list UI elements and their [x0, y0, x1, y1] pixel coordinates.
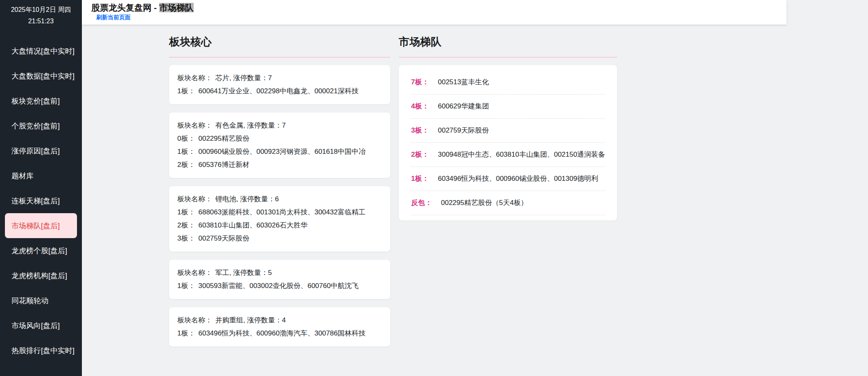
board-stocks-text: 000960锡业股份、000923河钢资源、601618中国中冶 — [198, 148, 365, 155]
sector-card: 板块名称：并购重组, 涨停数量：4 1板：603496恒为科技、600960渤海… — [169, 307, 390, 347]
section-sector-core: 板块核心 板块名称：芯片, 涨停数量：7 1板：600641万业企业、00229… — [169, 25, 390, 347]
page-title-highlight: 市场梯队 — [159, 3, 194, 12]
sector-card-line: 3板：002759天际股份 — [177, 232, 382, 245]
sector-card-line: 1板：600641万业企业、002298中电鑫龙、000021深科技 — [177, 85, 382, 98]
ladder-row: 1板：603496恒为科技、000960锡业股份、001309德明利 — [411, 167, 605, 191]
section-market-ladder: 市场梯队 7板：002513蓝丰生化 4板：600629华建集团 3板：0027… — [399, 25, 617, 221]
sidebar-item-label: 龙虎榜机构[盘后] — [11, 271, 67, 281]
sector-card-line: 板块名称：军工, 涨停数量：5 — [177, 266, 382, 279]
board-level-label: 板块名称： — [177, 74, 212, 82]
ladder-row: 7板：002513蓝丰生化 — [411, 70, 605, 95]
ladder-level-label: 反包： — [411, 196, 432, 209]
ladder-section-title: 市场梯队 — [399, 35, 617, 58]
ladder-card: 7板：002513蓝丰生化 4板：600629华建集团 3板：002759天际股… — [399, 65, 617, 221]
board-stocks-text: 锂电池, 涨停数量：6 — [215, 195, 279, 203]
board-level-label: 2板： — [177, 221, 195, 229]
board-stocks-text: 688063派能科技、001301尚太科技、300432富临精工 — [198, 208, 365, 216]
sidebar-item[interactable]: 市场风向[盘后] — [5, 313, 77, 338]
ladder-level-label: 2板： — [411, 148, 429, 161]
sidebar-item[interactable]: 大盘数据[盘中实时] — [5, 63, 77, 88]
sector-card-line: 0板：002295精艺股份 — [177, 132, 382, 145]
board-level-label: 板块名称： — [177, 195, 212, 203]
ladder-level-label: 3板： — [411, 124, 429, 137]
sidebar-item-label: 连板天梯[盘后] — [11, 196, 60, 206]
site-name: 股票龙头复盘网 - — [91, 3, 159, 12]
sidebar-item[interactable]: 题材库 — [5, 163, 77, 188]
sector-card-line: 板块名称：芯片, 涨停数量：7 — [177, 72, 382, 85]
sidebar-item[interactable]: 龙虎榜个股[盘后] — [5, 238, 77, 263]
sidebar-item-label: 个股竞价[盘前] — [11, 121, 60, 131]
ladder-level-label: 7板： — [411, 76, 429, 89]
current-time: 21:51:23 — [0, 16, 82, 27]
datetime-block: 2025年10月2日 周四 21:51:23 — [0, 0, 82, 27]
sidebar-item[interactable]: 板块竞价[盘前] — [5, 88, 77, 113]
sector-card-line: 2板：603810丰山集团、603026石大胜华 — [177, 219, 382, 232]
sector-card-line: 板块名称：锂电池, 涨停数量：6 — [177, 193, 382, 206]
page: { "page": { "background": "#f0f1f3" }, "… — [0, 0, 868, 376]
ladder-stocks-text: 002513蓝丰生化 — [438, 76, 489, 89]
ladder-level-label: 1板： — [411, 172, 429, 185]
sector-card: 板块名称：有色金属, 涨停数量：7 0板：002295精艺股份 1板：00096… — [169, 113, 390, 178]
page-title: 股票龙头复盘网 - 市场梯队 — [91, 2, 787, 14]
sidebar-item[interactable]: 大盘情况[盘中实时] — [5, 38, 77, 63]
board-stocks-text: 300593新雷能、003002壶化股份、600760中航沈飞 — [198, 282, 358, 290]
board-level-label: 2板： — [177, 161, 195, 169]
sidebar-item[interactable]: 连板天梯[盘后] — [5, 188, 77, 213]
sidebar-item-label: 板块竞价[盘前] — [11, 96, 60, 106]
board-level-label: 1板： — [177, 148, 195, 155]
board-stocks-text: 605376博迁新材 — [198, 161, 249, 169]
board-level-label: 板块名称： — [177, 122, 212, 129]
board-level-label: 1板： — [177, 87, 195, 95]
sidebar-nav: 大盘情况[盘中实时] 大盘数据[盘中实时] 板块竞价[盘前] 个股竞价[盘前] … — [0, 38, 82, 363]
sidebar-item-label: 大盘数据[盘中实时] — [11, 71, 75, 81]
sidebar-item-label: 市场风向[盘后] — [11, 321, 60, 331]
sidebar-item[interactable]: 涨停原因[盘后] — [5, 138, 77, 163]
sidebar-item[interactable]: 热股排行[盘中实时] — [5, 338, 77, 363]
ladder-stocks-text: 600629华建集团 — [438, 100, 489, 113]
board-stocks-text: 002759天际股份 — [198, 234, 249, 242]
board-stocks-text: 军工, 涨停数量：5 — [215, 269, 272, 277]
board-level-label: 板块名称： — [177, 316, 212, 324]
refresh-page-link[interactable]: 刷新当前页面 — [96, 14, 131, 21]
sidebar-item-label: 热股排行[盘中实时] — [11, 346, 75, 356]
board-stocks-text: 603810丰山集团、603026石大胜华 — [198, 221, 307, 229]
sidebar: 2025年10月2日 周四 21:51:23 大盘情况[盘中实时] 大盘数据[盘… — [0, 0, 82, 376]
sidebar-item-label: 题材库 — [11, 171, 34, 181]
ladder-stocks-text: 603496恒为科技、000960锡业股份、001309德明利 — [438, 172, 598, 185]
board-stocks-text: 603496恒为科技、600960渤海汽车、300786国林科技 — [198, 329, 365, 337]
main-area: 股票龙头复盘网 - 市场梯队 刷新当前页面 板块核心 板块名称：芯片, 涨停数量… — [82, 0, 868, 376]
sidebar-item-label: 涨停原因[盘后] — [11, 146, 60, 156]
ladder-level-label: 4板： — [411, 100, 429, 113]
ladder-stocks-text: 300948冠中生态、603810丰山集团、002150通润装备 — [438, 148, 605, 161]
ladder-row: 4板：600629华建集团 — [411, 95, 605, 119]
board-level-label: 1板： — [177, 282, 195, 290]
sidebar-item[interactable]: 个股竞价[盘前] — [5, 113, 77, 138]
sector-card-line: 1板：688063派能科技、001301尚太科技、300432富临精工 — [177, 206, 382, 219]
board-stocks-text: 有色金属, 涨停数量：7 — [215, 122, 286, 129]
sidebar-item[interactable]: 市场梯队[盘后] — [5, 213, 77, 238]
sector-card-line: 1板：603496恒为科技、600960渤海汽车、300786国林科技 — [177, 327, 382, 340]
sidebar-item-label: 龙虎榜个股[盘后] — [11, 246, 67, 256]
sidebar-item[interactable]: 龙虎榜机构[盘后] — [5, 263, 77, 288]
sector-card: 板块名称：军工, 涨停数量：5 1板：300593新雷能、003002壶化股份、… — [169, 260, 390, 299]
board-level-label: 3板： — [177, 234, 195, 242]
board-stocks-text: 并购重组, 涨停数量：4 — [215, 316, 286, 324]
ladder-row: 反包：002295精艺股份（5天4板） — [411, 191, 605, 215]
sector-card: 板块名称：芯片, 涨停数量：7 1板：600641万业企业、002298中电鑫龙… — [169, 65, 390, 104]
sidebar-item-label: 市场梯队[盘后] — [11, 221, 60, 231]
sector-card: 板块名称：锂电池, 涨停数量：6 1板：688063派能科技、001301尚太科… — [169, 186, 390, 252]
sector-card-line: 1板：300593新雷能、003002壶化股份、600760中航沈飞 — [177, 279, 382, 293]
ladder-row: 2板：300948冠中生态、603810丰山集团、002150通润装备 — [411, 143, 605, 167]
board-stocks-text: 600641万业企业、002298中电鑫龙、000021深科技 — [198, 87, 358, 95]
page-header: 股票龙头复盘网 - 市场梯队 刷新当前页面 — [82, 0, 787, 25]
board-stocks-text: 芯片, 涨停数量：7 — [215, 74, 272, 82]
sidebar-item-label: 大盘情况[盘中实时] — [11, 46, 75, 56]
board-level-label: 1板： — [177, 329, 195, 337]
sector-card-line: 板块名称：有色金属, 涨停数量：7 — [177, 119, 382, 132]
sector-card-line: 板块名称：并购重组, 涨停数量：4 — [177, 314, 382, 327]
sidebar-item-label: 同花顺轮动 — [11, 296, 48, 306]
current-date: 2025年10月2日 周四 — [0, 4, 82, 16]
sidebar-item[interactable]: 同花顺轮动 — [5, 288, 77, 313]
board-stocks-text: 002295精艺股份 — [198, 135, 249, 142]
board-level-label: 0板： — [177, 135, 195, 142]
